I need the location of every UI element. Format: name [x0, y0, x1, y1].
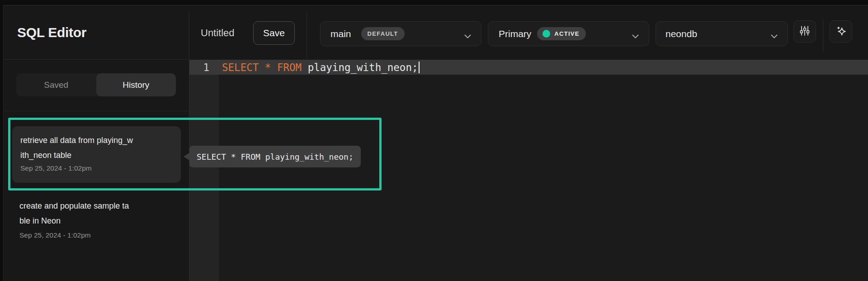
chevron-down-icon — [464, 32, 471, 40]
app-frame: SQL Editor Saved History retrieve all da… — [3, 5, 868, 281]
branch-select[interactable]: main DEFAULT — [320, 21, 481, 46]
active-status-dot-icon — [542, 30, 550, 38]
history-item[interactable]: retrieve all data from playing_with_neon… — [12, 126, 181, 183]
sql-keywords: SELECT * FROM — [222, 62, 302, 73]
compute-select[interactable]: Primary ACTIVE — [488, 21, 649, 46]
query-preview-tooltip: SELECT * FROM playing_with_neon; — [189, 146, 361, 167]
editor-active-line[interactable]: 1 SELECT * FROM playing_with_neon; — [189, 60, 868, 75]
text-caret — [419, 62, 420, 73]
page-title: SQL Editor — [17, 25, 86, 40]
icon-group-divider — [823, 19, 823, 52]
history-item-title: retrieve all data from playing_with_neon… — [20, 133, 134, 163]
save-button[interactable]: Save — [253, 21, 295, 45]
sidebar-header-divider — [4, 59, 189, 60]
database-name: neondb — [665, 29, 697, 39]
history-item[interactable]: create and populate sample table in Neon… — [19, 199, 164, 239]
editor-settings-button[interactable] — [793, 20, 816, 43]
history-item-timestamp: Sep 25, 2024 - 1:02pm — [19, 231, 164, 239]
tooltip-query-text: SELECT * FROM playing_with_neon; — [197, 152, 354, 162]
ai-assist-button[interactable] — [830, 20, 852, 43]
topbar-divider — [307, 11, 307, 64]
tab-history[interactable]: History — [96, 73, 176, 96]
history-item-title: create and populate sample table in Neon — [19, 199, 133, 229]
branch-name: main — [330, 29, 351, 39]
tooltip-arrow — [184, 152, 190, 161]
sparkle-icon — [835, 25, 847, 38]
chevron-down-icon — [632, 32, 639, 40]
query-title[interactable]: Untitled — [201, 27, 235, 39]
sidebar-tab-group: Saved History — [16, 73, 176, 96]
line-number-gutter — [189, 60, 219, 281]
sidebar-tabs-divider — [4, 111, 189, 111]
sliders-icon — [799, 25, 811, 38]
sql-editor-pane[interactable]: 1 SELECT * FROM playing_with_neon; — [189, 60, 868, 281]
compute-name: Primary — [499, 29, 531, 39]
branch-default-badge: DEFAULT — [361, 27, 405, 40]
compute-active-badge: ACTIVE — [537, 27, 585, 40]
database-select[interactable]: neondb — [656, 21, 788, 46]
chevron-down-icon — [771, 32, 778, 40]
compute-active-label: ACTIVE — [554, 30, 579, 37]
line-number: 1 — [189, 62, 209, 73]
code-line: SELECT * FROM playing_with_neon; — [222, 62, 420, 73]
sql-editor-page: SQL Editor Saved History retrieve all da… — [0, 0, 868, 281]
history-item-timestamp: Sep 25, 2024 - 1:02pm — [20, 164, 173, 172]
sql-identifier: playing_with_neon; — [302, 62, 418, 73]
tab-saved[interactable]: Saved — [16, 73, 96, 96]
